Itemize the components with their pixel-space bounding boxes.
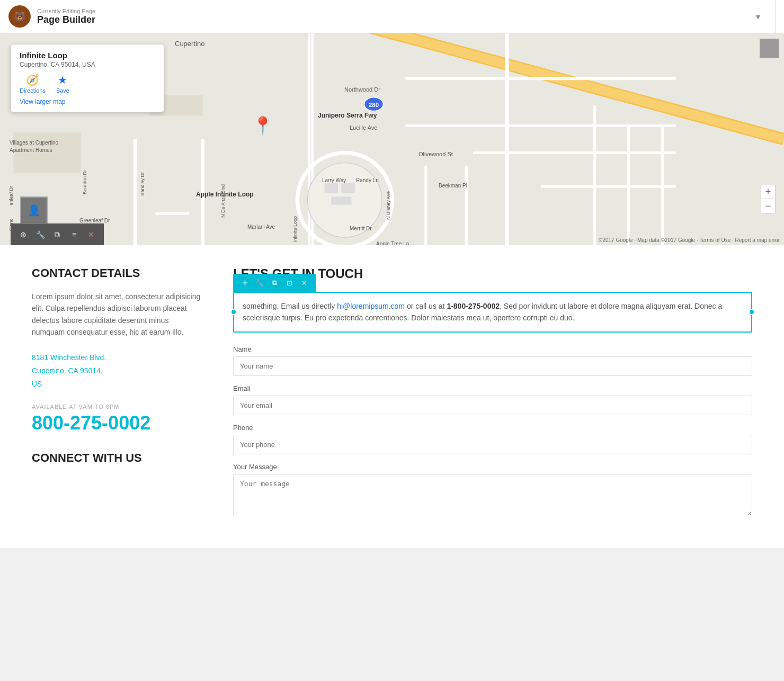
map-label-junipero: Junipero Serra Fwy: [318, 112, 377, 119]
tb-wrench-button[interactable]: 🔧: [253, 276, 266, 289]
map-zoom-out-button[interactable]: −: [761, 199, 775, 213]
resize-handle-right[interactable]: [749, 309, 755, 315]
top-bar-text: Currently Editing Page Page Builder: [37, 8, 750, 25]
top-bar-divider: [775, 0, 776, 33]
tb-columns-button[interactable]: ⊡: [283, 276, 296, 289]
phone-number: 800-275-0002: [32, 412, 201, 434]
save-label: Save: [56, 87, 69, 94]
map-label-nblaney: N Blaney Ave: [386, 191, 391, 220]
name-label: Name: [233, 345, 752, 353]
form-phone-group: Phone: [233, 424, 752, 454]
right-column: LET'S GET IN TOUCH ✛ 🔧 ⧉ ⊡ ✕ something. …: [233, 266, 752, 527]
avatar: 🐻: [8, 5, 31, 28]
text-block-content: something. Email us directly hi@loremips…: [243, 300, 743, 324]
svg-rect-13: [341, 183, 355, 193]
map-popup-address: Cupertino, CA 95014, USA: [20, 61, 155, 68]
map-label-beardon: Beardon Dr: [82, 170, 87, 194]
save-star-icon: ★: [58, 74, 67, 86]
map-label-infiniteloop: Infinite Loop: [292, 216, 298, 242]
left-column: CONTACT DETAILS Lorem ipsum dolor sit am…: [32, 266, 201, 527]
svg-rect-12: [324, 183, 338, 193]
tb-clone-button[interactable]: ⧉: [268, 276, 281, 289]
map-zoom-in-button[interactable]: +: [761, 185, 775, 199]
address-line-1[interactable]: 8181 Winchester Blvd.: [32, 351, 201, 364]
view-larger-map-link[interactable]: View larger map: [20, 98, 155, 105]
form-email-group: Email: [233, 384, 752, 415]
map-label-cupertino: Cupertino: [175, 40, 204, 48]
map-container: Google 280 Cupertino Junipero Serra Fwy …: [0, 33, 784, 245]
map-label-bandley: Bandley Dr: [140, 172, 145, 196]
top-bar-subtitle: Currently Editing Page: [37, 8, 750, 14]
phone-label: Phone: [233, 424, 752, 432]
pb-edit-button[interactable]: 🔧: [33, 227, 48, 242]
top-bar-chevron-icon[interactable]: ▾: [756, 12, 760, 22]
directions-icon: 🧭: [26, 74, 39, 86]
svg-rect-14: [331, 196, 351, 204]
map-label-appletree: Apple Tree Ln: [376, 241, 409, 245]
map-label-lucille: Lucille Ave: [350, 124, 377, 131]
resize-handle-left[interactable]: [230, 309, 237, 315]
pb-move-button[interactable]: ⊕: [16, 227, 31, 242]
top-bar-title: Page Builder: [37, 14, 750, 25]
map-label-larry: Larry Way: [322, 177, 346, 183]
map-profile-thumb: [760, 39, 779, 58]
pb-delete-button[interactable]: ✕: [84, 227, 99, 242]
phone-input[interactable]: [233, 435, 752, 454]
availability-text: AVAILABLE AT 9AM TO 6PM: [32, 404, 201, 410]
map-pin: 📍: [252, 115, 273, 136]
map-popup-actions: 🧭 Directions ★ Save: [20, 74, 155, 94]
map-label-mariani: Mariani Ave: [247, 224, 275, 230]
form-message-group: Your Message: [233, 463, 752, 518]
directions-label: Directions: [20, 87, 46, 94]
email-link[interactable]: hi@loremipsum.com: [337, 302, 405, 310]
page-builder-toolbar: ⊕ 🔧 ⧉ ≡ ✕: [11, 223, 104, 245]
text-block-toolbar: ✛ 🔧 ⧉ ⊡ ✕: [233, 274, 316, 292]
content-inner: CONTACT DETAILS Lorem ipsum dolor sit am…: [0, 245, 784, 548]
map-label-olivewood: Olivewood St: [418, 151, 453, 157]
email-input[interactable]: [233, 396, 752, 415]
content-area: CONTACT DETAILS Lorem ipsum dolor sit am…: [0, 245, 784, 548]
address-line-2[interactable]: Cupertino, CA 95014,: [32, 364, 201, 378]
map-street-view-thumb: 👤: [20, 196, 48, 224]
map-label-enleaf: enleaf Dr: [8, 186, 14, 205]
tb-move-button[interactable]: ✛: [238, 276, 251, 289]
email-label: Email: [233, 384, 752, 392]
map-zoom-controls[interactable]: + −: [761, 185, 776, 213]
svg-text:280: 280: [369, 102, 379, 108]
map-label-deanza: N De Anza Blvd: [220, 184, 226, 218]
map-label-beekman: Beekman Pl: [439, 183, 467, 189]
top-bar: 🐻 Currently Editing Page Page Builder ▾: [0, 0, 784, 33]
pb-settings-button[interactable]: ≡: [67, 227, 82, 242]
message-textarea[interactable]: [233, 474, 752, 516]
map-popup: Infinite Loop Cupertino, CA 95014, USA 🧭…: [11, 44, 164, 112]
text-block-selected: ✛ 🔧 ⧉ ⊡ ✕ something. Email us directly h…: [233, 292, 752, 333]
connect-with-us-title: CONNECT WITH US: [32, 451, 201, 465]
name-input[interactable]: [233, 356, 752, 376]
map-label-villages: Villages at CupertinoApartment Homes: [10, 139, 58, 154]
contact-body-text: Lorem ipsum dolor sit amet, consectetur …: [32, 291, 201, 338]
map-label-greenleaf: Greenleaf Dr: [79, 218, 110, 223]
message-label: Your Message: [233, 463, 752, 471]
map-popup-save-button[interactable]: ★ Save: [56, 74, 69, 94]
form-name-group: Name: [233, 345, 752, 376]
map-popup-directions-button[interactable]: 🧭 Directions: [20, 74, 46, 94]
tb-close-button[interactable]: ✕: [298, 276, 310, 289]
map-popup-title: Infinite Loop: [20, 51, 155, 60]
map-copyright: ©2017 Google · Map data ©2017 Google · T…: [599, 237, 780, 243]
map-label-northwood: Northwood Dr: [344, 86, 380, 93]
map-label-randy: Randy Ln: [356, 177, 379, 183]
address-line-3[interactable]: US: [32, 378, 201, 391]
pb-clone-button[interactable]: ⧉: [50, 227, 65, 242]
contact-details-title: CONTACT DETAILS: [32, 266, 201, 280]
map-label-merritt: Merritt Dr: [350, 226, 372, 231]
